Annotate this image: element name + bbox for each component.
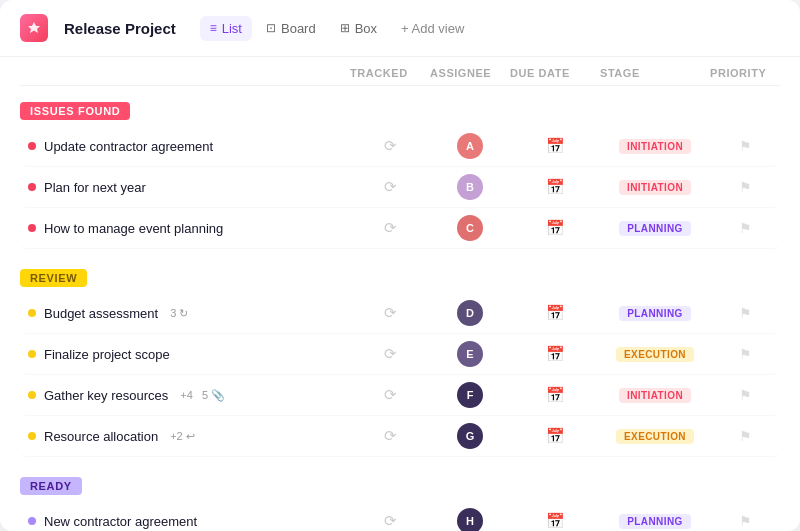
tracked-icon: ⟳ [350, 512, 430, 530]
list-icon: ≡ [210, 21, 217, 35]
stage-cell: EXECUTION [600, 346, 710, 362]
add-view-button[interactable]: + Add view [391, 16, 474, 41]
table-row[interactable]: Gather key resources +4 5 📎 ⟳ F 📅 INITIA… [20, 375, 780, 416]
due-date-cell: 📅 [510, 178, 600, 196]
avatar: G [457, 423, 483, 449]
project-title: Release Project [64, 20, 176, 37]
stage-cell: PLANNING [600, 305, 710, 321]
avatar: E [457, 341, 483, 367]
priority-cell: ⚑ [710, 428, 780, 444]
box-icon: ⊞ [340, 21, 350, 35]
priority-cell: ⚑ [710, 387, 780, 403]
task-name-cell: Gather key resources +4 5 📎 [28, 388, 350, 403]
table-row[interactable]: Finalize project scope ⟳ E 📅 EXECUTION ⚑ [20, 334, 780, 375]
avatar: A [457, 133, 483, 159]
due-date-cell: 📅 [510, 137, 600, 155]
due-date-cell: 📅 [510, 386, 600, 404]
section-issues: ISSUES FOUND Update contractor agreement… [20, 90, 780, 249]
board-icon: ⊡ [266, 21, 276, 35]
task-badge: +2 ↩ [170, 430, 195, 443]
nav-tabs: ≡ List ⊡ Board ⊞ Box + Add view [200, 16, 475, 41]
table-container: TRACKED ASSIGNEE DUE DATE STAGE PRIORITY… [0, 57, 800, 531]
table-row[interactable]: Plan for next year ⟳ B 📅 INITIATION ⚑ [20, 167, 780, 208]
tracked-icon: ⟳ [350, 345, 430, 363]
dot-icon [28, 432, 36, 440]
assignee-cell: H [430, 508, 510, 531]
assignee-cell: A [430, 133, 510, 159]
task-name-cell: Budget assessment 3 ↻ [28, 306, 350, 321]
assignee-cell: G [430, 423, 510, 449]
avatar: B [457, 174, 483, 200]
priority-cell: ⚑ [710, 346, 780, 362]
project-icon [20, 14, 48, 42]
due-date-cell: 📅 [510, 427, 600, 445]
tracked-icon: ⟳ [350, 178, 430, 196]
priority-cell: ⚑ [710, 305, 780, 321]
table-row[interactable]: How to manage event planning ⟳ C 📅 PLANN… [20, 208, 780, 249]
table-row[interactable]: Update contractor agreement ⟳ A 📅 INITIA… [20, 126, 780, 167]
section-label-ready: READY [20, 477, 82, 495]
priority-cell: ⚑ [710, 220, 780, 236]
tab-board[interactable]: ⊡ Board [256, 16, 326, 41]
avatar: F [457, 382, 483, 408]
due-date-cell: 📅 [510, 345, 600, 363]
stage-cell: INITIATION [600, 179, 710, 195]
assignee-cell: D [430, 300, 510, 326]
dot-icon [28, 517, 36, 525]
tracked-icon: ⟳ [350, 219, 430, 237]
avatar: D [457, 300, 483, 326]
assignee-cell: F [430, 382, 510, 408]
priority-cell: ⚑ [710, 179, 780, 195]
priority-cell: ⚑ [710, 513, 780, 529]
stage-cell: EXECUTION [600, 428, 710, 444]
header: Release Project ≡ List ⊡ Board ⊞ Box + A… [0, 0, 800, 57]
table-row[interactable]: New contractor agreement ⟳ H 📅 PLANNING … [20, 501, 780, 531]
avatar: H [457, 508, 483, 531]
dot-icon [28, 224, 36, 232]
tracked-icon: ⟳ [350, 427, 430, 445]
section-review: REVIEW Budget assessment 3 ↻ ⟳ D 📅 PLANN… [20, 257, 780, 457]
column-headers: TRACKED ASSIGNEE DUE DATE STAGE PRIORITY [20, 57, 780, 86]
section-ready: READY New contractor agreement ⟳ H 📅 PLA… [20, 465, 780, 531]
task-name-cell: Finalize project scope [28, 347, 350, 362]
due-date-cell: 📅 [510, 304, 600, 322]
due-date-cell: 📅 [510, 219, 600, 237]
table-row[interactable]: Budget assessment 3 ↻ ⟳ D 📅 PLANNING ⚑ [20, 293, 780, 334]
dot-icon [28, 350, 36, 358]
task-badge: +4 5 📎 [180, 389, 225, 402]
assignee-cell: C [430, 215, 510, 241]
dot-icon [28, 391, 36, 399]
stage-cell: INITIATION [600, 387, 710, 403]
section-label-review: REVIEW [20, 269, 87, 287]
dot-icon [28, 309, 36, 317]
task-name-cell: New contractor agreement [28, 514, 350, 529]
task-name-cell: Plan for next year [28, 180, 350, 195]
priority-cell: ⚑ [710, 138, 780, 154]
stage-cell: PLANNING [600, 220, 710, 236]
assignee-cell: E [430, 341, 510, 367]
task-name-cell: How to manage event planning [28, 221, 350, 236]
task-name-cell: Update contractor agreement [28, 139, 350, 154]
tracked-icon: ⟳ [350, 386, 430, 404]
tab-box[interactable]: ⊞ Box [330, 16, 387, 41]
stage-cell: INITIATION [600, 138, 710, 154]
task-badge: 3 ↻ [170, 307, 188, 320]
avatar: C [457, 215, 483, 241]
stage-cell: PLANNING [600, 513, 710, 529]
tracked-icon: ⟳ [350, 304, 430, 322]
section-label-issues: ISSUES FOUND [20, 102, 130, 120]
due-date-cell: 📅 [510, 512, 600, 530]
table-row[interactable]: Resource allocation +2 ↩ ⟳ G 📅 EXECUTION… [20, 416, 780, 457]
assignee-cell: B [430, 174, 510, 200]
tracked-icon: ⟳ [350, 137, 430, 155]
tab-list[interactable]: ≡ List [200, 16, 252, 41]
dot-icon [28, 142, 36, 150]
task-name-cell: Resource allocation +2 ↩ [28, 429, 350, 444]
dot-icon [28, 183, 36, 191]
